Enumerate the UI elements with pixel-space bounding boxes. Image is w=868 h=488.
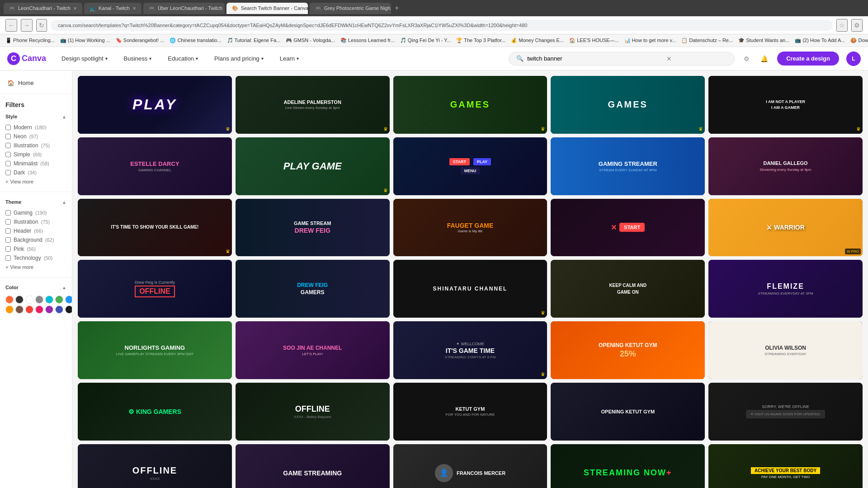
color-swatch-red[interactable] (25, 305, 33, 314)
tab-1-close[interactable]: ✕ (73, 6, 77, 11)
template-card-8[interactable]: START PLAY MENU (393, 137, 547, 195)
theme-background[interactable]: Background (62) (5, 235, 66, 244)
refresh-button[interactable]: ↻ (36, 19, 47, 32)
forward-button[interactable]: → (21, 19, 33, 32)
style-label[interactable]: Style ▲ (5, 114, 66, 119)
style-neon[interactable]: Neon (97) (5, 132, 66, 141)
template-card-19[interactable]: KEEP CALM ANDGAME ON (551, 260, 705, 318)
template-card-18[interactable]: SHINATARU CHANNEL ♛ (393, 260, 547, 318)
color-swatch-black[interactable] (65, 305, 72, 314)
theme-illustration[interactable]: Illustration (75) (5, 217, 66, 226)
template-card-24[interactable]: OPENING KETUT GYM 25% (551, 321, 705, 379)
template-card-26[interactable]: ⚙ KING GAMERS (78, 383, 232, 441)
template-card-23[interactable]: ✦ WELLCOME IT'S GAME TIME STREAMING STAR… (393, 321, 547, 379)
tab-3[interactable]: 🎮 Über LeonChaudhari - Twitch ✕ (143, 3, 225, 14)
color-swatch-indigo[interactable] (55, 305, 63, 314)
bookmark-8[interactable]: 🎵 Qing Fei De Yi - Y... (400, 38, 451, 43)
tab-4[interactable]: 🎨 Search Twitch Banner - Canva ✕ (226, 3, 308, 14)
template-card-12[interactable]: GAME STREAM DREW FEIG (236, 199, 390, 257)
tab-2[interactable]: 📺 Kanal - Twitch ✕ (84, 3, 142, 14)
color-swatch-purple[interactable] (45, 305, 53, 314)
tab-1[interactable]: 🎮 LeonChaudhari - Twitch ✕ (4, 3, 82, 14)
template-card-20[interactable]: FLEMIZE STREAMING EVERYDAY AT 3PM (708, 260, 863, 318)
color-swatch-pink[interactable] (35, 305, 43, 314)
color-swatch-white[interactable] (25, 296, 33, 304)
template-card-10[interactable]: DANIEL GALLEGO Streaming every Sunday at… (708, 137, 863, 195)
bookmark-5[interactable]: 🎵 Tutorial: Eigene Fa... (227, 38, 281, 43)
template-card-31[interactable]: OFFLINE XXXX (78, 444, 232, 488)
bookmark-15[interactable]: 📺 (2) How To Add A... (795, 38, 845, 43)
nav-item-business[interactable]: Business ▾ (119, 52, 156, 65)
nav-item-learn[interactable]: Learn ▾ (275, 52, 303, 65)
bookmark-16[interactable]: 🍪 Download – Cook... (850, 38, 868, 43)
bookmark-10[interactable]: 💰 Money Changes E... (511, 38, 564, 43)
bookmark-6[interactable]: 🎮 GMSN - Vologda... (286, 38, 335, 43)
color-swatch-brown[interactable] (15, 305, 24, 314)
url-field[interactable]: canva.com/search/templates?q=Twitch%20Ba… (51, 20, 833, 31)
theme-gaming[interactable]: Gaming (190) (5, 208, 66, 217)
theme-label[interactable]: Theme ▲ (5, 199, 66, 205)
search-input[interactable] (527, 55, 663, 62)
home-link[interactable]: 🏠 Home (0, 76, 72, 90)
settings-button[interactable]: ⚙ (851, 19, 863, 32)
template-card-5[interactable]: I AM NOT A PLAYERI AM A GAMER ♛ (708, 76, 863, 134)
template-card-33[interactable]: 👤 FRANCOIS MERCER (393, 444, 547, 488)
template-card-25[interactable]: OLIVIA WILSON STREAMING EVERYDAY (708, 321, 863, 379)
template-card-2[interactable]: ADELINE PALMERSTON Live Stream every Sun… (236, 76, 390, 134)
nav-item-design-spotlight[interactable]: Design spotlight ▾ (57, 52, 112, 65)
bookmark-2[interactable]: 📺 (1) How Working ... (60, 38, 110, 43)
template-card-34[interactable]: STREAMING NOW+ (551, 444, 705, 488)
bookmark-12[interactable]: 📊 How to get more v... (624, 38, 676, 43)
color-swatch-orange[interactable] (5, 296, 14, 304)
color-label[interactable]: Color ▲ (5, 285, 66, 290)
theme-header[interactable]: Header (66) (5, 226, 66, 235)
bookmark-14[interactable]: 🎓 Student Wants an... (738, 38, 789, 43)
search-clear-button[interactable]: ✕ (666, 55, 672, 62)
theme-pink[interactable]: Pink (56) (5, 244, 66, 253)
new-tab-button[interactable]: + (395, 4, 399, 12)
template-card-30[interactable]: SORRY, WE'RE OFFLINE ✕ VISIT US AGAIN SO… (708, 383, 863, 441)
nav-item-education[interactable]: Education ▾ (163, 52, 203, 65)
style-modern[interactable]: Modern (180) (5, 123, 66, 132)
tab-5[interactable]: 🎮 Grey Photocentric Game Nigh... ✕ (310, 3, 391, 14)
bookmark-4[interactable]: 🌐 Chinese translatio... (170, 38, 221, 43)
template-card-32[interactable]: GAME STREAMING ♛ (236, 444, 390, 488)
color-swatch-dark[interactable] (15, 296, 24, 304)
template-card-29[interactable]: OPENING KETUT GYM (551, 383, 705, 441)
bookmark-button[interactable]: ☆ (836, 19, 848, 32)
canva-logo[interactable]: C Canva (7, 52, 46, 65)
template-card-7[interactable]: PLAY GAME ♛ (236, 137, 390, 195)
template-card-14[interactable]: ✕ START (551, 199, 705, 257)
theme-view-more[interactable]: + View more (5, 263, 66, 272)
bookmark-1[interactable]: 📱 Phone Recycling... (5, 38, 55, 43)
template-card-6[interactable]: ESTELLE DARCY GAMING CHANNEL (78, 137, 232, 195)
template-card-17[interactable]: DREW FEIG GAMERS (236, 260, 390, 318)
template-card-22[interactable]: SOO JIN AE CHANNEL LET'S PLAY! (236, 321, 390, 379)
template-card-9[interactable]: GAMING STREAMER STREAM EVERY SUNDAY AT 8… (551, 137, 705, 195)
color-swatch-cyan[interactable] (45, 296, 53, 304)
template-card-27[interactable]: OFFLINE XXXX - Bailey Baquard (236, 383, 390, 441)
settings-icon-button[interactable]: ⚙ (742, 53, 751, 64)
notification-bell-button[interactable]: 🔔 (759, 53, 770, 64)
template-card-16[interactable]: Drew Feig is Currently OFFLINE (78, 260, 232, 318)
search-bar[interactable]: 🔍 ✕ (509, 52, 735, 66)
color-swatch-amber[interactable] (5, 305, 14, 314)
bookmark-3[interactable]: 🔖 Sonderangebot! ... (116, 38, 165, 43)
back-button[interactable]: ← (5, 19, 17, 32)
color-swatch-grey[interactable] (35, 296, 43, 304)
bookmark-7[interactable]: 📚 Lessons Learned fr... (340, 38, 395, 43)
style-view-more[interactable]: + View more (5, 177, 66, 186)
avatar[interactable]: L (846, 52, 861, 66)
bookmark-11[interactable]: 🏠 LEE'S HOUSE—... (569, 38, 619, 43)
color-swatch-blue[interactable] (65, 296, 72, 304)
template-card-13[interactable]: FAUGET GAME Game is My life (393, 199, 547, 257)
template-card-21[interactable]: NORLIGHTS GAMING LIVE GAMEPLAY STREAMS E… (78, 321, 232, 379)
style-minimalist[interactable]: Minimalist (58) (5, 159, 66, 168)
style-illustration[interactable]: Illustration (75) (5, 141, 66, 150)
template-card-35[interactable]: ACHIEVE YOUR BEST BODY PAY ONE MONTH, GE… (708, 444, 863, 488)
template-card-4[interactable]: GAMES ♛ (551, 76, 705, 134)
bookmark-13[interactable]: 📋 Datenschutz – Re... (681, 38, 733, 43)
template-card-28[interactable]: KETUT GYM FOR YOU AND FOR NATURE (393, 383, 547, 441)
theme-technology[interactable]: Technology (50) (5, 253, 66, 263)
color-swatch-green[interactable] (55, 296, 63, 304)
